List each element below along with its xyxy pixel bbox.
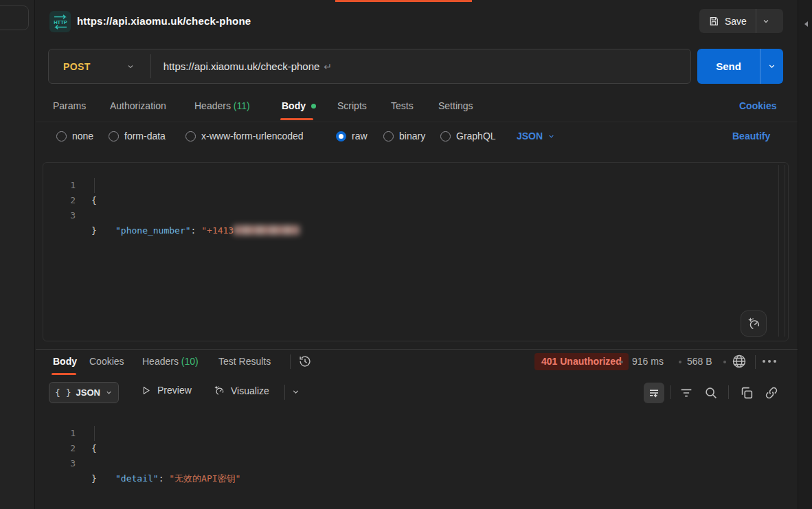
code-line: 3 }: [43, 441, 771, 456]
line-number: 3: [43, 456, 76, 471]
url-bar-divider: [150, 54, 151, 78]
editor-scrollbar[interactable]: [778, 165, 779, 337]
url-return-glyph: ↵: [324, 61, 332, 72]
tab-headers[interactable]: Headers (11): [194, 100, 250, 111]
icons-divider: [670, 385, 671, 399]
beautify-link[interactable]: Beautify: [732, 131, 770, 142]
headers-count: (11): [234, 100, 250, 111]
response-tab-cookies[interactable]: Cookies: [89, 356, 124, 367]
request-title: https://api.xiaomu.uk/check-phone: [77, 15, 251, 27]
braces-icon: { }: [55, 387, 71, 398]
code-line: 1 {: [43, 163, 771, 178]
search-icon[interactable]: [703, 385, 719, 400]
toolbar-chevron-down-icon[interactable]: [291, 387, 300, 396]
bodytype-binary[interactable]: binary: [383, 131, 425, 142]
tab-scripts[interactable]: Scripts: [337, 100, 367, 111]
redacted-phone-value: [234, 225, 300, 235]
active-tab-underline: [280, 118, 313, 120]
save-button[interactable]: Save: [699, 9, 783, 33]
filter-icon[interactable]: [679, 385, 694, 400]
svg-text:HTTP: HTTP: [54, 19, 67, 25]
dot-separator: [620, 361, 623, 363]
radio-icon: [185, 131, 196, 142]
bodytype-raw[interactable]: raw: [336, 131, 368, 142]
response-format-selector[interactable]: { } JSON: [49, 382, 119, 403]
network-globe-icon[interactable]: [731, 353, 747, 370]
method-chevron-down-icon[interactable]: [126, 63, 135, 71]
response-tab-test-results[interactable]: Test Results: [218, 356, 271, 367]
response-tabs-divider: [290, 354, 291, 369]
response-time[interactable]: 916 ms: [632, 356, 664, 367]
line-number: 3: [43, 208, 76, 223]
send-button-label: Send: [697, 49, 760, 84]
send-button[interactable]: Send: [697, 49, 783, 84]
indent-guide: [94, 426, 95, 441]
tab-authorization[interactable]: Authorization: [110, 100, 166, 111]
radio-icon: [383, 131, 394, 142]
cookies-link[interactable]: Cookies: [739, 100, 776, 111]
request-response-divider[interactable]: [36, 349, 798, 350]
icons-divider: [728, 385, 729, 399]
visualize-button[interactable]: Visualize: [213, 385, 269, 396]
response-history-icon[interactable]: [297, 354, 313, 369]
dot-separator: [679, 361, 681, 363]
code-line: 2 "phone_number": "+1413: [43, 178, 771, 193]
code-line: 3 }: [43, 193, 771, 208]
copy-icon[interactable]: [739, 385, 754, 400]
body-modified-dot: [311, 104, 316, 109]
right-rail: [798, 0, 812, 509]
url-input[interactable]: https://api.xiaomu.uk/check-phone: [163, 60, 320, 72]
radio-icon: [56, 131, 67, 142]
tab-settings[interactable]: Settings: [438, 100, 473, 111]
sidebar-collapsed-item[interactable]: [0, 5, 29, 30]
radio-icon: [109, 131, 119, 142]
method-selector[interactable]: POST: [63, 61, 91, 72]
bodytype-form-data[interactable]: form-data: [109, 131, 166, 142]
response-tab-body[interactable]: Body: [53, 356, 77, 367]
format-chevron-down-icon: [548, 133, 555, 140]
response-more-options[interactable]: [763, 360, 776, 363]
play-icon: [141, 385, 151, 396]
save-icon: [708, 16, 719, 27]
response-size[interactable]: 568 B: [687, 356, 712, 367]
toolbar-divider: [284, 385, 285, 400]
left-sidebar: [0, 0, 35, 509]
response-headers-count: (10): [181, 356, 199, 367]
app-window: HTTP https://api.xiaomu.uk/check-phone S…: [0, 0, 812, 509]
indent-guide: [94, 178, 95, 193]
tabs-divider: [36, 122, 798, 122]
tab-body[interactable]: Body: [282, 100, 316, 111]
tab-tests[interactable]: Tests: [391, 100, 414, 111]
raw-format-selector[interactable]: JSON: [517, 131, 555, 142]
preview-button[interactable]: Preview: [141, 385, 192, 396]
code-line: 2 "detail": "无效的API密钥": [43, 426, 771, 441]
postbot-ai-button[interactable]: [741, 310, 767, 337]
response-active-tab-underline: [52, 373, 76, 375]
bodytype-graphql[interactable]: GraphQL: [440, 131, 496, 142]
link-icon[interactable]: [764, 385, 779, 400]
editor-scrollbar-track: [785, 165, 785, 337]
status-divider: [755, 355, 756, 369]
collapse-panel-icon[interactable]: [804, 21, 808, 27]
status-badge[interactable]: 401 Unauthorized: [534, 353, 629, 370]
code-line: 1 {: [43, 411, 771, 426]
response-tab-headers[interactable]: Headers (10): [142, 356, 199, 367]
radio-icon: [440, 131, 451, 142]
chevron-down-icon: [105, 389, 113, 396]
send-dropdown-button[interactable]: [760, 49, 783, 84]
radio-selected-icon: [336, 131, 346, 142]
tab-params[interactable]: Params: [53, 100, 86, 111]
request-url-bar: POST https://api.xiaomu.uk/check-phone ↵: [48, 49, 691, 84]
http-request-icon: HTTP: [49, 11, 71, 32]
save-button-label: Save: [725, 16, 747, 27]
dot-separator: [723, 361, 726, 363]
postbot-sparkle-icon: [746, 316, 761, 331]
visualize-sparkle-icon: [213, 385, 225, 396]
bodytype-none[interactable]: none: [56, 131, 93, 142]
bodytype-urlencoded[interactable]: x-www-form-urlencoded: [185, 131, 304, 142]
wrap-text-button[interactable]: [644, 383, 664, 403]
active-tab-indicator: [335, 0, 472, 2]
save-dropdown-button[interactable]: [756, 9, 776, 33]
